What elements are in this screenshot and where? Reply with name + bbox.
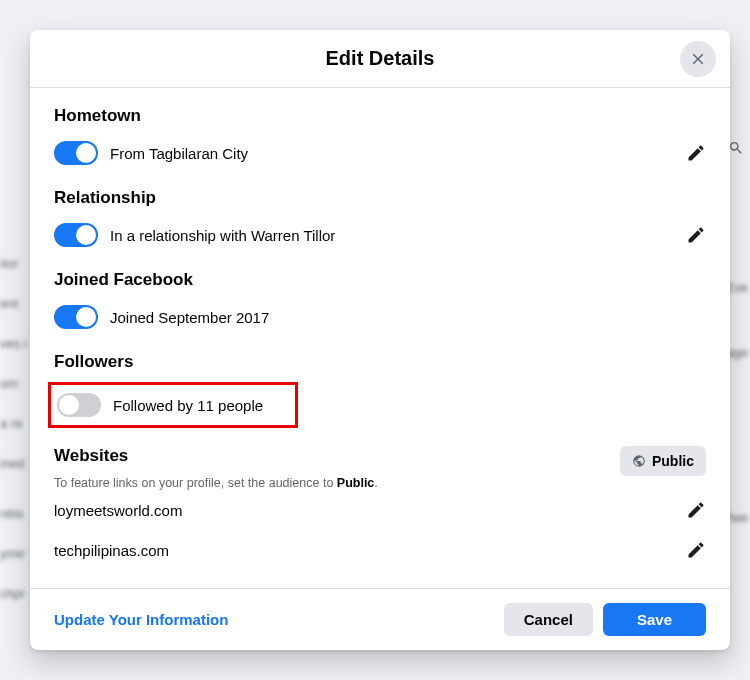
bg-frag: ined: [0, 456, 25, 471]
website-item: loymeetsworld.com: [54, 490, 706, 530]
modal-body: Hometown From Tagbilaran City Relationsh…: [30, 88, 730, 588]
joined-heading: Joined Facebook: [54, 270, 706, 290]
bg-frag: nbis: [0, 506, 24, 521]
toggle-knob: [59, 395, 79, 415]
bg-frag: chpi: [0, 586, 24, 601]
pencil-icon[interactable]: [686, 143, 706, 163]
bg-frag: yme: [0, 546, 25, 561]
modal-header: Edit Details: [30, 30, 730, 88]
followers-heading: Followers: [54, 352, 706, 372]
joined-section: Joined Facebook Joined September 2017: [54, 264, 706, 334]
followers-section: Followers Followed by 11 people: [54, 346, 706, 428]
followers-text: Followed by 11 people: [113, 397, 289, 414]
pencil-icon[interactable]: [686, 225, 706, 245]
edit-details-modal: Edit Details Hometown From Tagbilaran Ci…: [30, 30, 730, 650]
website-url: loymeetsworld.com: [54, 502, 182, 519]
bg-frag: itor: [0, 256, 18, 271]
bg-frag: a re: [0, 416, 22, 431]
public-audience-button[interactable]: Public: [620, 446, 706, 476]
relationship-heading: Relationship: [54, 188, 706, 208]
close-icon: [689, 50, 707, 68]
update-info-link[interactable]: Update Your Information: [54, 611, 228, 628]
websites-section: Websites To feature links on your profil…: [54, 440, 706, 570]
globe-icon: [632, 454, 646, 468]
toggle-knob: [76, 307, 96, 327]
website-url: techpilipinas.com: [54, 542, 169, 559]
cancel-button[interactable]: Cancel: [504, 603, 593, 636]
save-button[interactable]: Save: [603, 603, 706, 636]
websites-heading: Websites: [54, 446, 378, 466]
joined-toggle[interactable]: [54, 305, 98, 329]
relationship-toggle[interactable]: [54, 223, 98, 247]
search-icon: [728, 140, 744, 156]
hometown-section: Hometown From Tagbilaran City: [54, 100, 706, 170]
pencil-icon[interactable]: [686, 540, 706, 560]
bg-frag: ent: [0, 296, 18, 311]
followers-highlight: Followed by 11 people: [48, 382, 298, 428]
hometown-heading: Hometown: [54, 106, 706, 126]
bg-frag: ves i: [0, 336, 27, 351]
websites-subtext: To feature links on your profile, set th…: [54, 476, 378, 490]
modal-footer: Update Your Information Cancel Save: [30, 588, 730, 650]
toggle-knob: [76, 143, 96, 163]
modal-title: Edit Details: [326, 47, 435, 70]
close-button[interactable]: [680, 41, 716, 77]
joined-text: Joined September 2017: [110, 309, 706, 326]
followers-toggle[interactable]: [57, 393, 101, 417]
pencil-icon[interactable]: [686, 500, 706, 520]
relationship-text: In a relationship with Warren Tillor: [110, 227, 674, 244]
hometown-toggle[interactable]: [54, 141, 98, 165]
websites-subtext-bold: Public: [337, 476, 375, 490]
public-label: Public: [652, 453, 694, 469]
bg-frag: om: [0, 376, 18, 391]
website-item: techpilipinas.com: [54, 530, 706, 570]
toggle-knob: [76, 225, 96, 245]
hometown-text: From Tagbilaran City: [110, 145, 674, 162]
relationship-section: Relationship In a relationship with Warr…: [54, 182, 706, 252]
websites-subtext-prefix: To feature links on your profile, set th…: [54, 476, 337, 490]
